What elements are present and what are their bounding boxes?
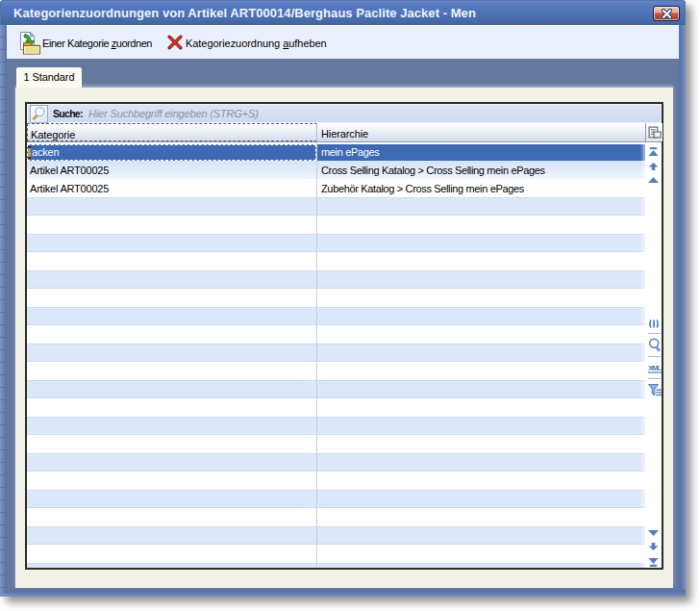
svg-text:XML: XML	[648, 364, 662, 372]
